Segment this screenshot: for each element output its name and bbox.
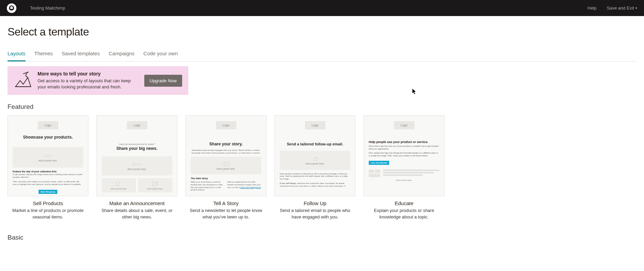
thumb-cta: Let's Get Started (369, 161, 389, 165)
thumb-para: Then, describe what makes your product u… (13, 181, 83, 186)
tab-themes[interactable]: Themes (34, 51, 53, 61)
tshirt-icon (150, 181, 160, 187)
template-name: Follow Up (275, 200, 355, 206)
page-title: Select a template (8, 26, 636, 38)
thumb-photo-placeholder: Add a photo here. (13, 147, 83, 168)
tab-saved[interactable]: Saved templates (62, 51, 100, 61)
thumb-logo-placeholder: Logo (127, 121, 147, 129)
template-name: Make an Announcement (97, 200, 177, 206)
template-thumb-tell-a-story[interactable]: Logo Share your story. Newsletters keep … (186, 115, 266, 196)
template-description: Share details about a sale, event, or ot… (97, 208, 177, 220)
template-card-make-announcement: Logo Have an announcement to make? Share… (97, 115, 177, 220)
basic-section-title: Basic (8, 234, 636, 241)
upgrade-banner: More ways to tell your story Get access … (8, 66, 188, 95)
svg-point-4 (156, 182, 158, 184)
thumb-pre: Have an announcement to make? (102, 143, 172, 145)
template-card-follow-up: Logo Send a tailored follow-up email. Ad… (275, 115, 355, 220)
template-thumb-educate[interactable]: Logo Help people use your product or ser… (364, 115, 444, 196)
promo-title: More ways to tell your story (38, 71, 140, 76)
thumb-bold: Feature the star of your collection firs… (13, 170, 83, 173)
wave-hand-icon (310, 156, 320, 161)
account-name[interactable]: Testing Mailchimp (30, 5, 587, 11)
thumb-col1: Make your email easy to scan by leading … (191, 181, 225, 191)
thumb-logo-placeholder: Logo (216, 121, 236, 129)
tab-layouts[interactable]: Layouts (8, 51, 26, 61)
template-description: Send a tailored email to people who have… (275, 208, 355, 220)
template-card-sell-products: Logo Showcase your products. Add a photo… (8, 115, 88, 220)
template-thumb-follow-up[interactable]: Logo Send a tailored follow-up email. Ad… (275, 115, 355, 196)
thumb-photo-placeholder: Add a photo here. (280, 151, 350, 170)
chevron-down-icon: ▾ (635, 6, 637, 10)
thumb-sub: Newsletters keep people engaged with you… (191, 149, 261, 155)
svg-point-0 (27, 72, 29, 73)
thumb-logo-placeholder: Logo (305, 121, 325, 129)
tab-code[interactable]: Code your own (143, 51, 178, 61)
save-and-exit-link[interactable]: Save and Exit ▾ (607, 5, 637, 11)
template-description: Send a newsletter to let people know wha… (186, 208, 266, 220)
thumb-para: To get started, replace the image above … (13, 173, 83, 179)
thumb-headline: Share your big news. (102, 146, 172, 151)
shoe-icon (43, 153, 53, 158)
template-name: Tell A Story (186, 200, 266, 206)
template-thumb-sell-products[interactable]: Logo Showcase your products. Add a photo… (8, 115, 88, 196)
promo-illustration-icon (14, 71, 33, 90)
featured-section-title: Featured (8, 103, 636, 111)
thumb-col2: Start by replacing the full-width header… (228, 181, 262, 191)
tab-campaigns[interactable]: Campaigns (108, 51, 134, 61)
thumb-logo-placeholder: Logo (394, 121, 414, 129)
featured-template-grid: Logo Showcase your products. Add a photo… (8, 115, 636, 220)
thumb-photo-placeholder: Add a photo here. (138, 178, 173, 192)
thumb-para: If you sell things, welcome new customer… (280, 182, 350, 188)
top-bar: Testing Mailchimp Help Save and Exit ▾ (0, 0, 644, 16)
svg-text:10%: 10% (133, 164, 135, 165)
template-description: Market a line of products or promote sea… (8, 208, 88, 220)
thumb-photo-placeholder: Add a photo here. (191, 157, 261, 174)
svg-point-3 (138, 163, 141, 165)
tshirt-icon (114, 181, 123, 187)
template-name: Educate (364, 200, 444, 206)
thumb-logo-placeholder: Logo (38, 121, 58, 129)
template-thumb-make-announcement[interactable]: Logo Have an announcement to make? Share… (97, 115, 177, 196)
help-link[interactable]: Help (587, 5, 597, 11)
map-icon (221, 161, 231, 167)
thumb-cta: Start Shopping (39, 190, 57, 194)
thumb-photo-placeholder: 10% Add a photo here. (102, 156, 172, 175)
thumb-col-title: The main story. (191, 177, 261, 180)
thumb-line: First, replace the logo and change the f… (369, 152, 439, 157)
thumb-headline: Help people use your product or service. (369, 140, 439, 144)
template-description: Explain your products or share knowledge… (364, 208, 444, 220)
thumb-headline: Showcase your products. (13, 135, 83, 140)
template-card-tell-a-story: Logo Share your story. Newsletters keep … (186, 115, 266, 220)
tabs: LayoutsThemesSaved templatesCampaignsCod… (8, 51, 636, 61)
thumb-headline: Send a tailored follow-up email. (280, 142, 350, 146)
promo-description: Get access to a variety of layouts that … (38, 78, 140, 90)
save-and-exit-label: Save and Exit (607, 5, 634, 11)
thumb-headline: Share your story. (191, 142, 261, 146)
thumb-line: Show how to get the most out of your pro… (369, 145, 439, 151)
mailchimp-logo-icon[interactable] (7, 3, 16, 13)
party-icon: 10% (132, 161, 142, 167)
upgrade-now-button[interactable]: Upgrade Now (144, 75, 182, 87)
template-name: Sell Products (8, 200, 88, 206)
thumb-photo-placeholder: Add a photo here. (102, 178, 136, 192)
thumb-para: Keep people involved by following up wit… (280, 173, 350, 181)
template-card-educate: Logo Help people use your product or ser… (364, 115, 444, 220)
